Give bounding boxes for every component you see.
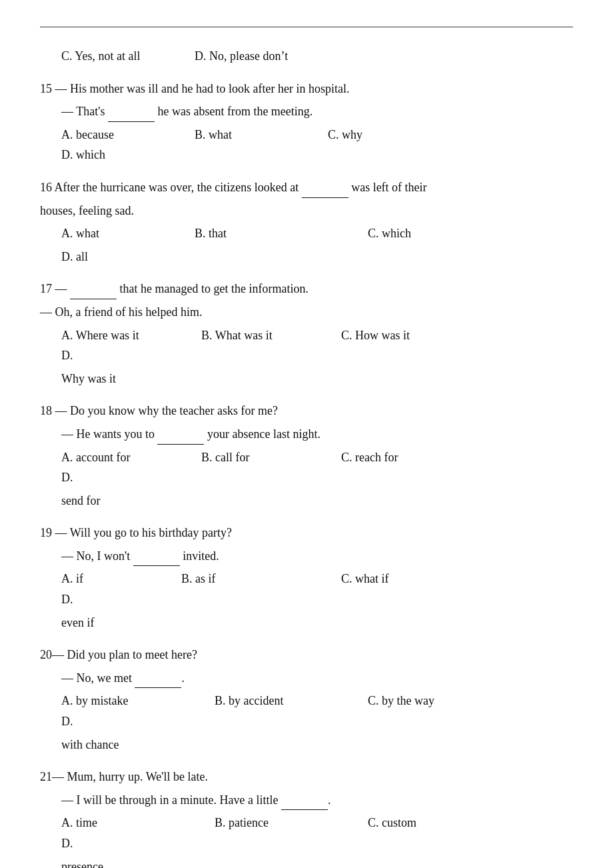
q17-option-c: C. How was it xyxy=(341,325,468,346)
q16-option-c: C. which xyxy=(368,223,488,244)
question-17: 17 — that he managed to get the informat… xyxy=(40,279,573,389)
q16-line1: 16 After the hurricane was over, the cit… xyxy=(40,177,573,198)
q15-line1: 15 — His mother was ill and he had to lo… xyxy=(40,79,573,99)
q19-option-b: B. as if xyxy=(181,569,328,589)
q17-option-a: A. Where was it xyxy=(61,325,188,346)
q16-blank xyxy=(302,197,348,198)
q15-option-b: B. what xyxy=(195,125,314,145)
q18-option-c: C. reach for xyxy=(341,447,468,468)
q15-options: A. because B. what C. why D. which xyxy=(61,125,573,165)
q19-options: A. if B. as if C. what if D. xyxy=(61,569,573,609)
q21-options: A. time B. patience C. custom D. xyxy=(61,813,573,853)
q18-line1: 18 — Do you know why the teacher asks fo… xyxy=(40,401,573,421)
q20-option-b: B. by accident xyxy=(215,691,354,711)
q16-option-d-wrap: D. all xyxy=(61,247,573,267)
q19-blank xyxy=(133,565,180,566)
q18-wrap: send for xyxy=(61,491,573,511)
q21-blank xyxy=(281,809,328,810)
q20-options: A. by mistake B. by accident C. by the w… xyxy=(61,691,573,731)
question-15: 15 — His mother was ill and he had to lo… xyxy=(40,79,573,165)
q17-wrap: Why was it xyxy=(61,369,573,389)
q18-option-a: A. account for xyxy=(61,447,188,468)
question-21: 21— Mum, hurry up. We'll be late. — I wi… xyxy=(40,767,573,868)
q16-options-row1: A. what B. that C. which xyxy=(61,223,573,244)
q20-blank xyxy=(135,687,181,688)
q18-blank xyxy=(157,444,204,445)
q19-line2: — No, I won't invited. xyxy=(61,546,573,567)
q16-line2: houses, feeling sad. xyxy=(40,201,573,221)
q20-line1: 20— Did you plan to meet here? xyxy=(40,645,573,665)
q18-options: A. account for B. call for C. reach for … xyxy=(61,447,573,488)
q17-blank xyxy=(70,299,117,299)
q18-option-b: B. call for xyxy=(201,447,328,468)
q21-option-c: C. custom xyxy=(368,813,488,833)
q15-option-c: C. why xyxy=(328,125,448,145)
q18-line2: — He wants you to your absence last nigh… xyxy=(61,424,573,445)
q19-option-c: C. what if xyxy=(341,569,488,589)
q19-line1: 19 — Will you go to his birthday party? xyxy=(40,523,573,543)
q16-option-b: B. that xyxy=(195,223,354,244)
q20-option-d: D. xyxy=(61,711,181,732)
q21-option-d: D. xyxy=(61,833,181,854)
q17-option-d: D. xyxy=(61,345,181,366)
option-d: D. No, please don’t xyxy=(195,46,314,67)
question-19: 19 — Will you go to his birthday party? … xyxy=(40,523,573,633)
q17-options: A. Where was it B. What was it C. How wa… xyxy=(61,325,573,366)
cd-answer-row: C. Yes, not at all D. No, please don’t xyxy=(40,46,573,67)
q20-wrap: with chance xyxy=(61,735,573,755)
q16-option-a: A. what xyxy=(61,223,181,244)
top-divider xyxy=(40,27,573,27)
q21-option-a: A. time xyxy=(61,813,201,833)
q15-line2: — That's he was absent from the meeting. xyxy=(61,101,573,122)
q20-option-c: C. by the way xyxy=(368,691,488,711)
q20-line2: — No, we met . xyxy=(61,668,573,689)
q20-option-a: A. by mistake xyxy=(61,691,201,711)
q17-option-b: B. What was it xyxy=(201,325,328,346)
q19-wrap: even if xyxy=(61,613,573,633)
q21-wrap: presence xyxy=(61,857,573,868)
q21-line2: — I will be through in a minute. Have a … xyxy=(61,790,573,811)
q19-option-a: A. if xyxy=(61,569,168,589)
q15-option-d: D. which xyxy=(61,145,181,165)
q21-option-b: B. patience xyxy=(215,813,354,833)
q19-option-d: D. xyxy=(61,589,181,610)
question-18: 18 — Do you know why the teacher asks fo… xyxy=(40,401,573,511)
q17-line1: 17 — that he managed to get the informat… xyxy=(40,279,573,299)
q15-option-a: A. because xyxy=(61,125,181,145)
q18-option-d: D. xyxy=(61,467,181,488)
question-20: 20— Did you plan to meet here? — No, we … xyxy=(40,645,573,755)
q15-blank xyxy=(108,121,155,122)
option-c: C. Yes, not at all xyxy=(61,46,181,67)
q17-line2: — Oh, a friend of his helped him. xyxy=(40,302,573,323)
question-16: 16 After the hurricane was over, the cit… xyxy=(40,177,573,267)
q21-line1: 21— Mum, hurry up. We'll be late. xyxy=(40,767,573,787)
